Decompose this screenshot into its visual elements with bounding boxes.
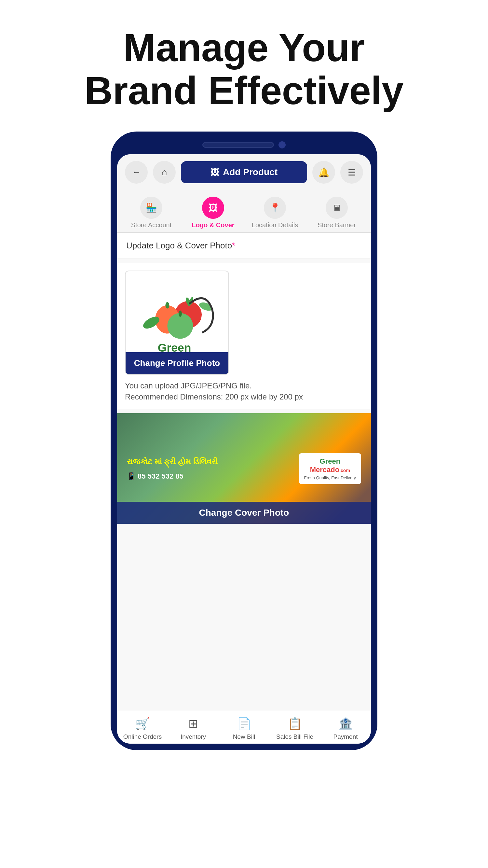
step-store-account[interactable]: 🏪 Store Account [120, 197, 182, 229]
phone-top-bar [117, 141, 371, 149]
nav-item-inventory[interactable]: ⊞ Inventory [168, 717, 219, 740]
bell-icon: 🔔 [318, 167, 330, 178]
headline: Manage Your Brand Effectively [85, 26, 403, 112]
home-button[interactable]: ⌂ [153, 161, 176, 184]
steps-bar: 🏪 Store Account 🖼 Logo & Cover 📍 Locatio… [117, 190, 371, 233]
inventory-icon: ⊞ [188, 717, 198, 731]
home-icon: ⌂ [162, 167, 167, 178]
step-banner[interactable]: 🖥 Store Banner [306, 197, 368, 229]
change-profile-photo-button[interactable]: Change Profile Photo [126, 352, 228, 374]
online-orders-icon: 🛒 [135, 717, 150, 731]
bottom-nav: 🛒 Online Orders ⊞ Inventory 📄 New Bill 📋… [117, 711, 371, 744]
step-circle-store-account: 🏪 [140, 197, 162, 219]
cover-text-overlay: રાજકોટ માં ફ્રી હોમ ડિલિવરી 📱 85 532 532… [127, 456, 218, 482]
sales-bill-icon: 📋 [288, 717, 302, 731]
step-label-location: Location Details [252, 221, 298, 229]
nav-item-online-orders[interactable]: 🛒 Online Orders [117, 717, 168, 740]
cover-photo-section: રાજકોટ માં ફ્રી હોમ ડિલિવરી 📱 85 532 532… [117, 413, 371, 524]
menu-button[interactable]: ☰ [340, 161, 363, 184]
step-circle-logo-cover: 🖼 [202, 197, 224, 219]
add-product-icon: 🖼 [210, 167, 219, 178]
content-area: Update Logo & Cover Photo* [117, 233, 371, 711]
nav-item-new-bill[interactable]: 📄 New Bill [219, 717, 269, 740]
step-circle-location: 📍 [264, 197, 286, 219]
step-logo-cover[interactable]: 🖼 Logo & Cover [182, 197, 244, 229]
top-nav: ← ⌂ 🖼 Add Product 🔔 ☰ [117, 154, 371, 190]
step-label-logo-cover: Logo & Cover [192, 221, 234, 229]
nav-item-payment[interactable]: 🏦 Payment [320, 717, 371, 740]
headline-text: Manage Your Brand Effectively [85, 26, 403, 112]
step-label-store-account: Store Account [131, 221, 172, 229]
phone-screen: ← ⌂ 🖼 Add Product 🔔 ☰ 🏪 [117, 154, 371, 744]
profile-photo-container: Green Change Profile Photo [125, 271, 229, 375]
payment-label: Payment [333, 733, 358, 740]
new-bill-label: New Bill [233, 733, 255, 740]
menu-icon: ☰ [348, 167, 356, 178]
section-header: Update Logo & Cover Photo* [117, 233, 371, 259]
add-product-button[interactable]: 🖼 Add Product [181, 161, 307, 183]
back-icon: ← [132, 167, 141, 178]
phone-frame: ← ⌂ 🖼 Add Product 🔔 ☰ 🏪 [110, 131, 378, 750]
payment-icon: 🏦 [338, 717, 353, 731]
cover-phone-text: 📱 85 532 532 85 [127, 471, 218, 482]
page-wrapper: Manage Your Brand Effectively ← ⌂ 🖼 A [0, 0, 488, 868]
inventory-label: Inventory [181, 733, 206, 740]
step-label-banner: Store Banner [318, 221, 356, 229]
phone-pill [202, 142, 274, 148]
cover-tagline: Fresh Quality, Fast Delivery [304, 475, 356, 480]
change-cover-photo-label: Change Cover Photo [199, 507, 289, 518]
step-circle-banner: 🖥 [326, 197, 348, 219]
back-button[interactable]: ← [125, 161, 148, 184]
phone-dot [279, 141, 286, 149]
cover-logo: Green Mercado.com Fresh Quality, Fast De… [299, 453, 361, 484]
change-cover-photo-button[interactable]: Change Cover Photo [117, 502, 371, 524]
svg-point-7 [178, 310, 182, 317]
new-bill-icon: 📄 [237, 717, 252, 731]
required-star: * [232, 241, 235, 250]
add-product-label: Add Product [223, 167, 278, 178]
dimension-info-text: Recommended Dimensions: 200 px wide by 2… [125, 392, 363, 401]
cover-hindi-text: રાજકોટ માં ફ્રી હોમ ડિલિવરી [127, 456, 218, 468]
change-profile-photo-label: Change Profile Photo [134, 358, 220, 368]
upload-info-text: You can upload JPG/JPEG/PNG file. [125, 381, 363, 391]
online-orders-label: Online Orders [123, 733, 162, 740]
cover-image-container: રાજકોટ માં ફ્રી હોમ ડિલિવરી 📱 85 532 532… [117, 413, 371, 524]
notification-button[interactable]: 🔔 [312, 161, 335, 184]
sales-bill-label: Sales Bill File [276, 733, 313, 740]
nav-item-sales-bill[interactable]: 📋 Sales Bill File [269, 717, 320, 740]
cover-logo-brand: Green Mercado.com [304, 457, 356, 474]
profile-photo-section: Green Change Profile Photo You can uploa… [117, 263, 371, 409]
section-header-label: Update Logo & Cover Photo [126, 241, 232, 250]
svg-point-5 [165, 302, 169, 309]
step-location[interactable]: 📍 Location Details [244, 197, 306, 229]
section-header-text: Update Logo & Cover Photo* [126, 241, 235, 250]
